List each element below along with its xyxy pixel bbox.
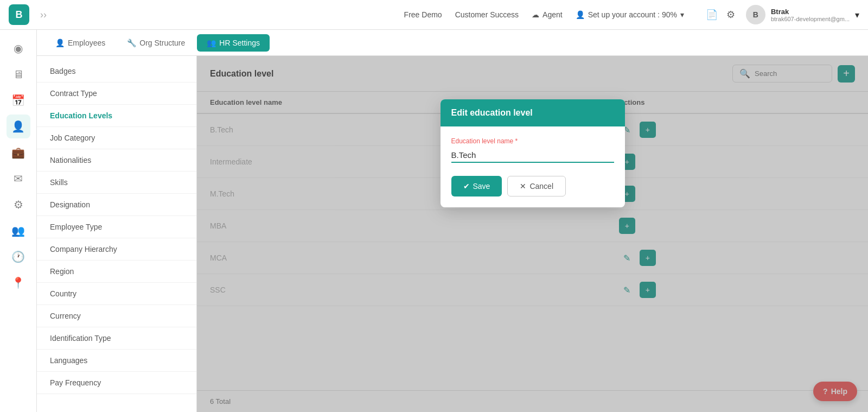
- content-split: Badges Contract Type Education Levels Jo…: [37, 56, 868, 412]
- sidebar-icon-briefcase[interactable]: 💼: [7, 141, 30, 164]
- modal-title: Edit education level: [451, 108, 533, 117]
- user-details: Btrak btrak607-development@gm...: [771, 8, 850, 22]
- top-nav-links: Free Demo Customer Success ☁ Agent 👤 Set…: [404, 10, 684, 19]
- sidebar-icon-clock[interactable]: 🕐: [7, 245, 30, 269]
- hr-icon: 👥: [207, 39, 216, 47]
- menu-region[interactable]: Region: [37, 261, 196, 283]
- modal-overlay: Edit education level Education level nam…: [197, 56, 868, 412]
- tab-employees-label: Employees: [68, 39, 105, 47]
- modal-field-label: Education level name *: [451, 137, 614, 145]
- save-button[interactable]: ✔ Save: [451, 176, 502, 197]
- edit-modal: Edit education level Education level nam…: [441, 99, 625, 207]
- tab-org-structure[interactable]: 🔧 Org Structure: [117, 34, 195, 52]
- menu-languages[interactable]: Languages: [37, 350, 196, 372]
- free-demo-link[interactable]: Free Demo: [404, 10, 442, 19]
- user-email: btrak607-development@gm...: [771, 16, 850, 22]
- menu-currency[interactable]: Currency: [37, 305, 196, 327]
- modal-actions: ✔ Save ✕ Cancel: [451, 176, 614, 197]
- sidebar-icon-dashboard[interactable]: ◉: [7, 36, 30, 60]
- sidebar-icon-location[interactable]: 📍: [7, 271, 30, 295]
- left-menu: Badges Contract Type Education Levels Jo…: [37, 56, 197, 412]
- agent-icon: ☁: [532, 10, 539, 19]
- username: Btrak: [771, 8, 850, 16]
- check-icon: ✔: [463, 182, 470, 191]
- x-icon: ✕: [520, 182, 526, 191]
- menu-employee-type[interactable]: Employee Type: [37, 216, 196, 238]
- customer-success-link[interactable]: Customer Success: [455, 10, 519, 19]
- person-icon: 👤: [576, 10, 585, 19]
- menu-pay-frequency[interactable]: Pay Frequency: [37, 372, 196, 394]
- main-layout: ◉ 🖥 📅 👤 💼 ✉ ⚙ 👥 🕐 📍 👤 Employees 🔧 Org St…: [0, 30, 868, 412]
- employees-icon: 👤: [55, 39, 65, 47]
- cancel-button[interactable]: ✕ Cancel: [507, 176, 566, 197]
- sidebar-icon-monitor[interactable]: 🖥: [7, 62, 30, 86]
- agent-button[interactable]: ☁ Agent: [532, 10, 563, 19]
- sub-tabs: 👤 Employees 🔧 Org Structure 👥 HR Setting…: [37, 30, 868, 56]
- sidebar-icon-people[interactable]: 👤: [7, 115, 30, 138]
- gear-icon[interactable]: ⚙: [726, 9, 735, 21]
- menu-identification-type[interactable]: Identification Type: [37, 327, 196, 350]
- menu-skills[interactable]: Skills: [37, 172, 196, 194]
- menu-education-levels[interactable]: Education Levels: [37, 105, 196, 127]
- tab-hr-label: HR Settings: [219, 39, 260, 47]
- document-icon[interactable]: 📄: [706, 9, 718, 21]
- menu-contract-type[interactable]: Contract Type: [37, 83, 196, 105]
- sidebar-icon-group[interactable]: 👥: [7, 219, 30, 243]
- menu-badges[interactable]: Badges: [37, 60, 196, 83]
- main-area: 👤 Employees 🔧 Org Structure 👥 HR Setting…: [37, 30, 868, 412]
- chevron-down-icon: ▾: [680, 10, 684, 19]
- expand-icon[interactable]: ››: [40, 9, 47, 21]
- tab-org-label: Org Structure: [139, 39, 185, 47]
- menu-country[interactable]: Country: [37, 283, 196, 305]
- sidebar-icon-settings[interactable]: ⚙: [7, 193, 30, 217]
- menu-nationalities[interactable]: Nationalities: [37, 149, 196, 172]
- right-panel: Education level 🔍 + Educati: [197, 56, 868, 412]
- setup-button[interactable]: 👤 Set up your account : 90% ▾: [576, 10, 684, 19]
- menu-designation[interactable]: Designation: [37, 194, 196, 216]
- user-info: B Btrak btrak607-development@gm... ▾: [746, 5, 859, 24]
- top-nav: B ›› Free Demo Customer Success ☁ Agent …: [0, 0, 868, 30]
- save-label: Save: [473, 182, 490, 191]
- cancel-label: Cancel: [529, 182, 553, 191]
- education-level-input[interactable]: [451, 148, 614, 163]
- sidebar-icon-list: ◉ 🖥 📅 👤 💼 ✉ ⚙ 👥 🕐 📍: [0, 30, 37, 412]
- user-chevron-icon[interactable]: ▾: [855, 10, 859, 20]
- menu-job-category[interactable]: Job Category: [37, 127, 196, 149]
- modal-body: Education level name * ✔ Save ✕: [441, 126, 625, 207]
- app-logo[interactable]: B: [9, 4, 29, 25]
- org-icon: 🔧: [127, 39, 136, 47]
- sidebar-icon-calendar[interactable]: 📅: [7, 88, 30, 112]
- logo-text: B: [16, 9, 23, 21]
- avatar[interactable]: B: [746, 5, 765, 24]
- sidebar-icon-mail[interactable]: ✉: [7, 167, 30, 191]
- agent-label: Agent: [542, 10, 563, 19]
- required-asterisk: *: [515, 137, 518, 145]
- tab-employees[interactable]: 👤 Employees: [46, 34, 115, 52]
- modal-header: Edit education level: [441, 99, 625, 126]
- top-nav-action-icons: 📄 ⚙: [706, 9, 735, 21]
- setup-label: Set up your account : 90%: [588, 10, 677, 19]
- menu-company-hierarchy[interactable]: Company Hierarchy: [37, 238, 196, 261]
- tab-hr-settings[interactable]: 👥 HR Settings: [197, 34, 270, 52]
